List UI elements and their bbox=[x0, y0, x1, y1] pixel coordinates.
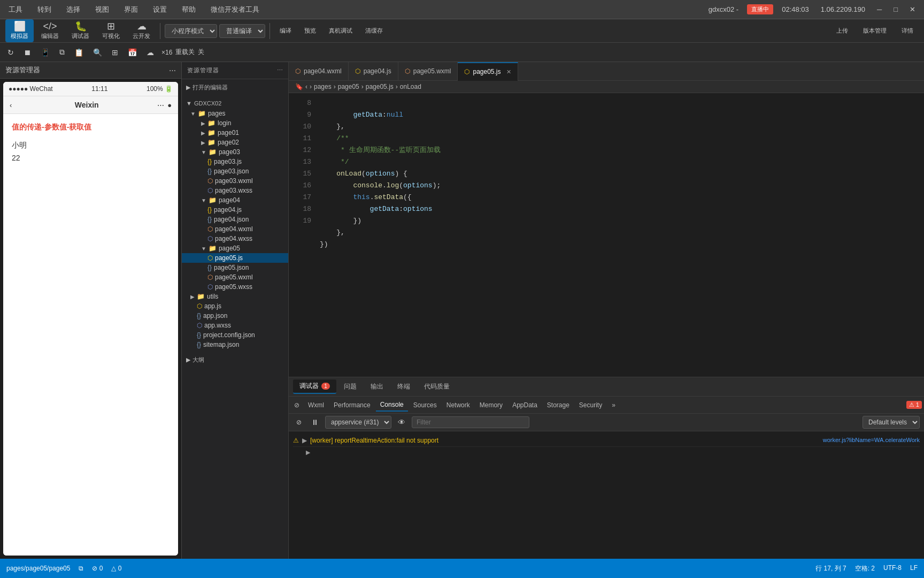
console-tab-sources[interactable]: Sources bbox=[409, 399, 441, 411]
record-icon[interactable]: ● bbox=[167, 101, 172, 109]
eye-icon[interactable]: 👁 bbox=[395, 416, 409, 429]
menu-item-goto[interactable]: 转到 bbox=[34, 3, 55, 17]
reload-button[interactable]: ↻ bbox=[4, 46, 17, 59]
outline-title[interactable]: ▶ 大纲 bbox=[182, 354, 288, 366]
preview-button[interactable]: 预览 bbox=[299, 25, 321, 37]
stop-button[interactable]: ⏹ bbox=[20, 46, 34, 59]
console-tab-performance[interactable]: Performance bbox=[329, 399, 375, 411]
sim-menu-icon[interactable]: ⋯ bbox=[169, 66, 176, 74]
compile-select[interactable]: 普通编译 bbox=[219, 24, 265, 38]
file-page05json[interactable]: {} page05.json bbox=[182, 263, 288, 272]
menu-item-settings[interactable]: 设置 bbox=[150, 3, 170, 17]
file-sitemap[interactable]: {} sitemap.json bbox=[182, 340, 288, 349]
console-tab-memory[interactable]: Memory bbox=[475, 399, 507, 411]
explorer-menu-icon[interactable]: ⋯ bbox=[277, 67, 283, 74]
folder-page03[interactable]: ▼ 📁 page03 bbox=[182, 147, 288, 157]
folder-page05[interactable]: ▼ 📁 page05 bbox=[182, 244, 288, 253]
back-icon[interactable]: ‹ bbox=[10, 101, 12, 109]
bc-back[interactable]: ‹ bbox=[305, 83, 307, 90]
console-tab-security[interactable]: Security bbox=[575, 399, 606, 411]
tab-close-icon[interactable]: ✕ bbox=[506, 69, 511, 75]
folder-login[interactable]: ▶ 📁 login bbox=[182, 118, 288, 128]
console-filter-input[interactable] bbox=[412, 416, 529, 428]
upload-button[interactable]: 上传 bbox=[831, 25, 853, 37]
mode-select[interactable]: 小程序模式 bbox=[165, 24, 217, 38]
real-debug-button[interactable]: 真机调试 bbox=[324, 25, 358, 37]
console-tab-console[interactable]: Console bbox=[376, 399, 408, 412]
editor-button[interactable]: </> 编辑器 bbox=[36, 19, 64, 42]
file-projectconfig[interactable]: {} project.config.json bbox=[182, 330, 288, 340]
console-tab-wxml[interactable]: Wxml bbox=[304, 399, 328, 411]
devtab-quality[interactable]: 代码质量 bbox=[418, 380, 456, 393]
simulator-button[interactable]: ⬜ 模拟器 bbox=[5, 19, 34, 42]
devtab-output[interactable]: 输出 bbox=[364, 380, 390, 393]
console-tab-appdata[interactable]: AppData bbox=[508, 399, 542, 411]
folder-utils[interactable]: ▶ 📁 utils bbox=[182, 292, 288, 301]
collapsed-arrow[interactable]: ▶ bbox=[306, 449, 310, 455]
reload-label[interactable]: 重载关 bbox=[175, 48, 195, 57]
menu-item-devtools[interactable]: 微信开发者工具 bbox=[207, 3, 263, 17]
file-page04js[interactable]: {} page04.js bbox=[182, 205, 288, 215]
file-appwxss[interactable]: ⬡ app.wxss bbox=[182, 321, 288, 330]
file-appjs[interactable]: ⬡ app.js bbox=[182, 301, 288, 311]
console-clear-icon[interactable]: ⊘ bbox=[293, 416, 305, 428]
console-collapsed[interactable]: ▶ bbox=[293, 447, 920, 458]
tab-page05wxml[interactable]: ⬡ page05.wxml bbox=[398, 62, 458, 81]
bc-pages[interactable]: pages bbox=[314, 83, 332, 90]
version-mgr-button[interactable]: 版本管理 bbox=[858, 25, 892, 37]
menu-item-tools[interactable]: 工具 bbox=[5, 3, 26, 17]
file-page03js[interactable]: {} page03.js bbox=[182, 157, 288, 166]
folder-page02[interactable]: ▶ 📁 page02 bbox=[182, 138, 288, 147]
file-page03wxss[interactable]: ⬡ page03.wxss bbox=[182, 186, 288, 195]
details-button[interactable]: 详情 bbox=[896, 25, 919, 37]
console-tab-icon[interactable]: ⊘ bbox=[291, 399, 303, 411]
devtab-debugger[interactable]: 调试器 1 bbox=[293, 379, 336, 394]
code-body[interactable]: getData:null }, /** * 生命周期函数--监听页面加载 */ … bbox=[315, 93, 924, 377]
console-tab-more[interactable]: » bbox=[607, 399, 620, 411]
devtab-issues[interactable]: 问题 bbox=[337, 380, 363, 393]
menu-item-interface[interactable]: 界面 bbox=[121, 3, 141, 17]
file-page05js[interactable]: ⬡ page05.js bbox=[182, 253, 288, 263]
console-tab-network[interactable]: Network bbox=[442, 399, 474, 411]
bc-function[interactable]: onLoad bbox=[400, 83, 421, 90]
maximize-icon[interactable]: □ bbox=[890, 3, 901, 16]
bc-page05[interactable]: page05 bbox=[338, 83, 359, 90]
devtab-terminal[interactable]: 终端 bbox=[391, 380, 417, 393]
tab-page04js[interactable]: ⬡ page04.js bbox=[349, 62, 398, 81]
more-icon[interactable]: ⋯ bbox=[157, 101, 164, 109]
folder-pages[interactable]: ▼ 📁 pages bbox=[182, 109, 288, 118]
visualize-button[interactable]: ⊞ 可视化 bbox=[97, 19, 125, 42]
tab-page04wxml[interactable]: ⬡ page04.wxml bbox=[289, 62, 349, 81]
file-page05wxss[interactable]: ⬡ page05.wxss bbox=[182, 282, 288, 292]
menu-item-view[interactable]: 视图 bbox=[92, 3, 112, 17]
file-page05wxml[interactable]: ⬡ page05.wxml bbox=[182, 272, 288, 282]
console-expand-icon[interactable]: ▶ bbox=[302, 437, 307, 444]
cloud-button[interactable]: ☁ 云开发 bbox=[127, 19, 156, 42]
tab-page05js[interactable]: ⬡ page05.js ✕ bbox=[458, 62, 518, 81]
copy2-button[interactable]: 📋 bbox=[71, 46, 87, 59]
cloud2-button[interactable]: ☁ bbox=[143, 46, 157, 59]
project-title[interactable]: ▼ GDXCX02 bbox=[182, 98, 288, 109]
folder-page01[interactable]: ▶ 📁 page01 bbox=[182, 128, 288, 138]
file-page04wxml[interactable]: ⬡ page04.wxml bbox=[182, 224, 288, 234]
menu-item-select[interactable]: 选择 bbox=[63, 3, 83, 17]
menu-item-help[interactable]: 帮助 bbox=[179, 3, 199, 17]
phone-button[interactable]: 📱 bbox=[37, 46, 53, 59]
minimize-icon[interactable]: ─ bbox=[874, 3, 885, 16]
folder-page04[interactable]: ▼ 📁 page04 bbox=[182, 195, 288, 205]
file-page03json[interactable]: {} page03.json bbox=[182, 166, 288, 176]
file-page03wxml[interactable]: ⬡ page03.wxml bbox=[182, 176, 288, 186]
log-level-select[interactable]: Default levels bbox=[863, 416, 920, 429]
close-icon[interactable]: ✕ bbox=[906, 3, 919, 16]
file-appjson[interactable]: {} app.json bbox=[182, 311, 288, 321]
console-tab-storage[interactable]: Storage bbox=[543, 399, 574, 411]
console-link[interactable]: worker.js?libName=WA.celerateWork bbox=[823, 437, 920, 443]
file-page04json[interactable]: {} page04.json bbox=[182, 215, 288, 224]
search-button[interactable]: 🔍 bbox=[90, 46, 105, 59]
status-copy-icon[interactable]: ⧉ bbox=[79, 565, 83, 572]
console-pause-icon[interactable]: ⏸ bbox=[308, 416, 322, 429]
bc-file[interactable]: page05.js bbox=[366, 83, 394, 90]
debugger-button[interactable]: 🐛 调试器 bbox=[66, 19, 95, 42]
structure-button[interactable]: ⊞ bbox=[109, 46, 121, 59]
copy-button[interactable]: ⧉ bbox=[56, 45, 68, 59]
